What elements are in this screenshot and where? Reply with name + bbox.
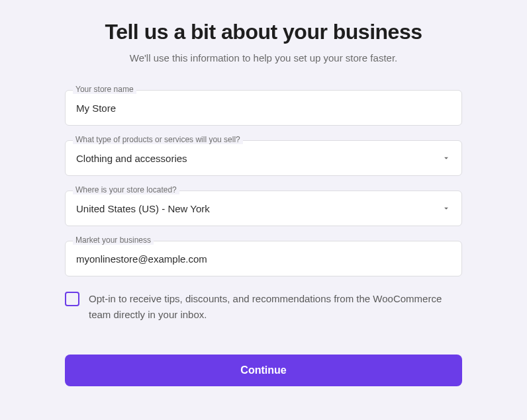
location-field-group: Where is your store located? United Stat… (65, 190, 462, 226)
store-name-field-group: Your store name (65, 90, 462, 126)
product-type-field-group: What type of products or services will y… (65, 140, 462, 176)
email-input[interactable] (65, 241, 462, 276)
email-label: Market your business (73, 235, 154, 245)
location-value: United States (US) - New York (76, 203, 210, 214)
continue-button[interactable]: Continue (65, 355, 462, 386)
optin-checkbox[interactable] (65, 292, 79, 306)
product-type-value: Clothing and accessories (76, 153, 187, 164)
product-type-label: What type of products or services will y… (73, 135, 243, 144)
store-name-input[interactable] (65, 90, 462, 126)
chevron-down-icon (442, 204, 451, 213)
optin-label: Opt-in to receive tips, discounts, and r… (89, 291, 462, 323)
location-label: Where is your store located? (73, 185, 179, 194)
page-title: Tell us a bit about your business (65, 20, 462, 44)
optin-row: Opt-in to receive tips, discounts, and r… (65, 291, 462, 323)
location-select[interactable]: United States (US) - New York (65, 190, 462, 226)
product-type-select[interactable]: Clothing and accessories (65, 140, 462, 176)
page-subtitle: We'll use this information to help you s… (65, 52, 462, 63)
email-field-group: Market your business (65, 241, 462, 276)
onboarding-form: Tell us a bit about your business We'll … (65, 20, 462, 386)
chevron-down-icon (442, 153, 451, 163)
store-name-label: Your store name (73, 85, 136, 94)
